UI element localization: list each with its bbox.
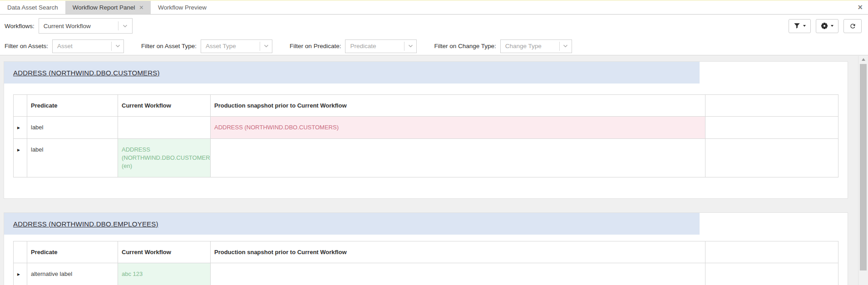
close-tab-icon[interactable]: × <box>139 5 143 11</box>
chevron-down-icon[interactable] <box>260 44 272 48</box>
refresh-button[interactable] <box>843 19 862 33</box>
close-panel-icon[interactable]: × <box>858 3 863 12</box>
filter-label-asset-type: Filter on Asset Type: <box>141 43 197 49</box>
filter-bar: Filter on Assets:AssetFilter on Asset Ty… <box>0 37 868 55</box>
caret-down-icon <box>831 25 833 27</box>
chevron-down-icon[interactable] <box>118 25 132 28</box>
current-workflow-cell: ADDRESS (NORTHWIND.DBO.CUSTOMERS) (en) <box>118 139 211 177</box>
workflow-report-panel: Data Asset SearchWorkflow Report Panel×W… <box>0 0 868 285</box>
asset-section: ADDRESS (NORTHWIND.DBO.EMPLOYEES)Predica… <box>4 212 848 285</box>
section-header: ADDRESS (NORTHWIND.DBO.EMPLOYEES) <box>4 213 700 235</box>
filter-label-change-type: Filter on Change Type: <box>434 43 496 49</box>
column-header-predicate[interactable]: Predicate <box>27 241 118 263</box>
column-header-production-snapshot[interactable]: Production snapshot prior to Current Wor… <box>211 95 705 117</box>
table-row: ▸labelADDRESS (NORTHWIND.DBO.CUSTOMERS) … <box>14 139 838 177</box>
filler-cell <box>705 139 838 177</box>
table-row: ▸labelADDRESS (NORTHWIND.DBO.CUSTOMERS) <box>14 117 838 139</box>
filter-select-placeholder: Asset <box>53 43 111 49</box>
filter-select-asset[interactable]: Asset <box>52 39 124 53</box>
filler-column-header <box>705 241 838 263</box>
filter-select-asset-type[interactable]: Asset Type <box>201 39 272 53</box>
refresh-icon <box>849 23 856 29</box>
scroll-up-icon <box>862 58 865 61</box>
expander-cell: ▸ <box>14 263 27 285</box>
vertical-scrollbar[interactable] <box>858 56 868 285</box>
workflows-select-value: Current Workflow <box>39 23 118 29</box>
tab-label: Data Asset Search <box>7 4 58 11</box>
row-expander-icon[interactable]: ▸ <box>17 271 20 277</box>
expander-cell: ▸ <box>14 139 27 177</box>
filter-menu-button[interactable] <box>789 19 811 33</box>
filter-label-predicate: Filter on Predicate: <box>290 43 341 49</box>
filter-select-change-type[interactable]: Change Type <box>500 39 572 53</box>
filter-select-predicate[interactable]: Predicate <box>345 39 417 53</box>
predicate-cell: label <box>27 117 118 139</box>
section-header: ADDRESS (NORTHWIND.DBO.CUSTOMERS) <box>4 62 700 84</box>
column-header-current-workflow[interactable]: Current Workflow <box>118 241 211 263</box>
workflows-select[interactable]: Current Workflow <box>39 18 133 34</box>
row-expander-icon[interactable]: ▸ <box>17 124 20 131</box>
tab-workflow-preview[interactable]: Workflow Preview <box>151 1 214 14</box>
predicate-cell: label <box>27 139 118 177</box>
filler-column-header <box>705 95 838 117</box>
filter-select-placeholder: Asset Type <box>201 43 260 49</box>
tab-workflow-report-panel[interactable]: Workflow Report Panel× <box>65 1 151 14</box>
filler-cell <box>705 117 838 139</box>
section-title-link[interactable]: ADDRESS (NORTHWIND.DBO.EMPLOYEES) <box>13 220 158 228</box>
expander-cell: ▸ <box>14 117 27 139</box>
funnel-icon <box>794 23 800 29</box>
chevron-down-icon[interactable] <box>112 44 123 48</box>
section-title-link[interactable]: ADDRESS (NORTHWIND.DBO.CUSTOMERS) <box>13 69 160 77</box>
report-table: PredicateCurrent WorkflowProduction snap… <box>13 94 838 177</box>
current-workflow-cell: abc 123 <box>118 263 211 285</box>
filter-select-placeholder: Predicate <box>345 43 404 49</box>
tab-bar: Data Asset SearchWorkflow Report Panel×W… <box>0 1 868 15</box>
asset-section: ADDRESS (NORTHWIND.DBO.CUSTOMERS)Predica… <box>4 61 848 199</box>
workflows-label: Workflows: <box>5 23 35 29</box>
table-row: ▸alternative labelabc 123 <box>14 263 838 285</box>
tab-data-asset-search[interactable]: Data Asset Search <box>0 1 65 14</box>
toolbar: Workflows: Current Workflow <box>0 15 868 37</box>
caret-down-icon <box>803 25 806 27</box>
tab-label: Workflow Report Panel <box>73 4 135 11</box>
filler-cell <box>705 263 838 285</box>
current-workflow-cell <box>118 117 211 139</box>
scrollbar-thumb[interactable] <box>860 64 867 270</box>
settings-menu-button[interactable] <box>816 19 838 33</box>
expander-column-header <box>14 95 27 117</box>
chevron-down-icon[interactable] <box>404 44 416 48</box>
column-header-current-workflow[interactable]: Current Workflow <box>118 95 211 117</box>
scrollbar-up-button[interactable] <box>858 56 868 63</box>
expander-column-header <box>14 241 27 263</box>
chevron-down-icon[interactable] <box>560 44 572 48</box>
filter-select-placeholder: Change Type <box>501 43 559 49</box>
production-snapshot-cell <box>211 139 705 177</box>
predicate-cell: alternative label <box>27 263 118 285</box>
production-snapshot-cell: ADDRESS (NORTHWIND.DBO.CUSTOMERS) <box>211 117 705 139</box>
report-table: PredicateCurrent WorkflowProduction snap… <box>13 241 838 285</box>
report-content: ADDRESS (NORTHWIND.DBO.CUSTOMERS)Predica… <box>0 56 858 285</box>
row-expander-icon[interactable]: ▸ <box>17 147 20 153</box>
column-header-predicate[interactable]: Predicate <box>27 95 118 117</box>
column-header-production-snapshot[interactable]: Production snapshot prior to Current Wor… <box>211 241 705 263</box>
tab-label: Workflow Preview <box>158 4 207 11</box>
filter-label-asset: Filter on Assets: <box>5 43 48 49</box>
production-snapshot-cell <box>211 263 705 285</box>
gear-icon <box>821 22 828 29</box>
